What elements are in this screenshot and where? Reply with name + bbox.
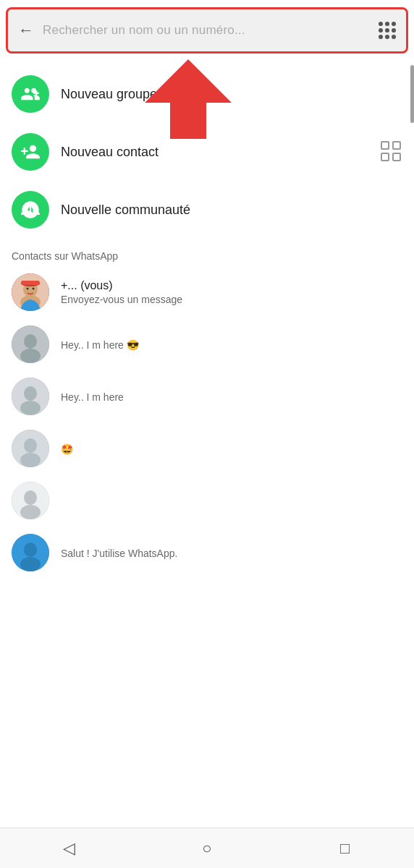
contacts-section-label: Contacts sur WhatsApp: [0, 243, 414, 266]
search-bar[interactable]: ← Rechercher un nom ou un numéro...: [6, 7, 408, 54]
svg-point-12: [24, 386, 37, 401]
avatar: [12, 482, 49, 519]
avatar: [12, 378, 49, 415]
recent-nav-icon: □: [340, 839, 350, 858]
home-nav-icon: ○: [202, 839, 211, 858]
contact-item[interactable]: [0, 475, 414, 527]
contact-status: Hey.. I m here 😎: [61, 339, 402, 351]
avatar: [12, 430, 49, 467]
avatar: [12, 326, 49, 363]
avatar: [12, 273, 49, 311]
nav-recent-button[interactable]: □: [324, 834, 367, 863]
back-nav-icon: ◁: [63, 839, 75, 858]
svg-point-18: [24, 490, 37, 505]
contact-item[interactable]: +... (vous) Envoyez-vous un message: [0, 266, 414, 318]
more-options-icon[interactable]: [379, 22, 396, 39]
contact-info: [61, 500, 402, 501]
contact-status: Hey.. I m here: [61, 391, 402, 403]
contact-info: 🤩: [61, 442, 402, 455]
svg-point-13: [20, 401, 41, 415]
svg-rect-5: [21, 281, 40, 285]
svg-point-19: [20, 505, 41, 519]
contact-status: 🤩: [61, 443, 402, 455]
svg-point-21: [24, 542, 37, 557]
nouveau-groupe-label: Nouveau groupe: [61, 87, 402, 102]
contact-info: Salut ! J'utilise WhatsApp.: [61, 546, 402, 559]
qr-icon[interactable]: [381, 141, 402, 163]
avatar: [12, 534, 49, 571]
svg-point-10: [20, 349, 41, 363]
nav-back-button[interactable]: ◁: [47, 834, 90, 863]
contact-status: Envoyez-vous un message: [61, 294, 402, 305]
contact-name: +... (vous): [61, 279, 402, 292]
svg-marker-0: [145, 59, 232, 139]
bottom-nav: ◁ ○ □: [0, 827, 414, 868]
svg-point-22: [20, 557, 41, 571]
nouveau-contact-icon: [12, 133, 49, 171]
contact-info: Hey.. I m here: [61, 390, 402, 403]
back-button[interactable]: ←: [18, 21, 34, 40]
contact-item[interactable]: Salut ! J'utilise WhatsApp.: [0, 527, 414, 579]
nouvelle-communaute-label: Nouvelle communauté: [61, 203, 402, 218]
svg-point-16: [20, 453, 41, 467]
menu-item-nouvelle-communaute[interactable]: Nouvelle communauté: [0, 181, 414, 239]
nav-home-button[interactable]: ○: [185, 834, 229, 863]
contact-item[interactable]: Hey.. I m here 😎: [0, 318, 414, 370]
contact-item[interactable]: 🤩: [0, 422, 414, 475]
svg-point-6: [27, 288, 29, 290]
contact-info: +... (vous) Envoyez-vous un message: [61, 279, 402, 305]
contact-item[interactable]: Hey.. I m here: [0, 370, 414, 422]
nouvelle-communaute-icon: [12, 191, 49, 229]
nouveau-groupe-icon: [12, 75, 49, 113]
search-input[interactable]: Rechercher un nom ou un numéro...: [43, 23, 379, 38]
contact-status: Salut ! J'utilise WhatsApp.: [61, 548, 402, 559]
svg-point-15: [24, 438, 37, 453]
contact-info: Hey.. I m here 😎: [61, 338, 402, 351]
nouveau-contact-label: Nouveau contact: [61, 145, 381, 160]
svg-point-9: [24, 334, 37, 349]
contacts-list: +... (vous) Envoyez-vous un message Hey.…: [0, 266, 414, 579]
svg-point-7: [33, 288, 35, 290]
